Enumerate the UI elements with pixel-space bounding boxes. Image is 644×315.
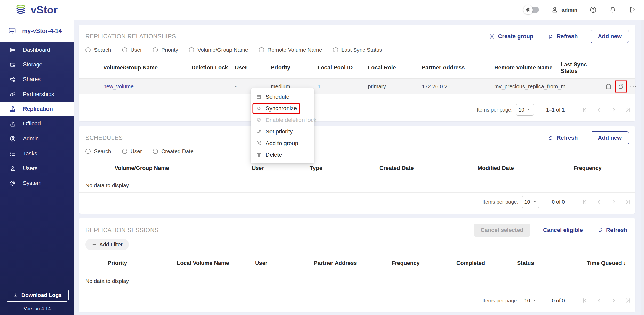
schedules-refresh-button[interactable]: Refresh	[546, 134, 579, 141]
user-menu[interactable]: admin	[551, 6, 577, 14]
row-more-button[interactable]	[628, 81, 638, 92]
items-per-page-select[interactable]: 10	[522, 196, 539, 208]
menu-item-synchronize[interactable]: Synchronize	[251, 103, 314, 114]
scrollbar[interactable]	[641, 20, 644, 315]
radio-icon[interactable]	[333, 47, 338, 52]
sidebar-item-storage[interactable]: Storage	[0, 57, 74, 72]
column-user[interactable]: User	[235, 65, 271, 71]
sidebar-item-users[interactable]: Users	[0, 161, 74, 176]
cancel-eligible-button[interactable]: Cancel eligible	[542, 226, 584, 234]
row-schedule-button[interactable]	[603, 81, 614, 92]
menu-item-schedule[interactable]: Schedule	[251, 91, 314, 103]
column-local-volume-name[interactable]: Local Volume Name	[177, 260, 255, 266]
menu-item-set-priority[interactable]: Set priority	[251, 126, 314, 137]
toggle-thumb[interactable]	[523, 5, 533, 14]
last-page-icon[interactable]	[625, 297, 631, 304]
first-page-icon[interactable]	[581, 199, 588, 205]
notifications-icon[interactable]	[609, 6, 617, 14]
theme-toggle[interactable]	[524, 7, 539, 13]
sidebar-item-system[interactable]: System	[0, 176, 74, 191]
sidebar-item-admin[interactable]: Admin	[0, 131, 74, 146]
next-page-icon[interactable]	[610, 297, 617, 304]
column-type[interactable]: Type	[310, 165, 379, 171]
create-group-button[interactable]: Create group	[488, 33, 535, 40]
previous-page-icon[interactable]	[596, 199, 602, 205]
next-page-icon[interactable]	[610, 106, 617, 113]
previous-page-icon[interactable]	[596, 297, 602, 304]
filter-volume-group-name[interactable]: Volume/Group Name	[189, 47, 248, 53]
column-frequency[interactable]: Frequency	[574, 165, 635, 171]
column-time-queued[interactable]: Time Queued ↓	[587, 260, 635, 266]
column-priority[interactable]: Priority	[108, 260, 177, 266]
sidebar-item-replication[interactable]: Replication	[0, 102, 74, 116]
menu-item-add-to-group[interactable]: Add to group	[251, 137, 314, 149]
add-filter-button[interactable]: Add Filter	[85, 239, 129, 250]
gear-icon	[525, 7, 531, 13]
sidebar-item-dashboard[interactable]: Dashboard	[0, 43, 74, 57]
column-status[interactable]: Status	[517, 260, 587, 266]
filter-last-sync-status[interactable]: Last Sync Status	[333, 47, 382, 53]
caret-down-icon	[532, 298, 537, 303]
column-partner-address[interactable]: Partner Address	[314, 260, 392, 266]
sidebar-item-shares[interactable]: Shares	[0, 72, 74, 87]
relationships-refresh-button[interactable]: Refresh	[546, 33, 579, 40]
column-created-date[interactable]: Created Date	[379, 165, 478, 171]
last-page-icon[interactable]	[625, 106, 631, 113]
radio-icon[interactable]	[122, 47, 127, 52]
download-logs-button[interactable]: Download Logs	[6, 289, 69, 302]
column-volume-group-name[interactable]: Volume/Group Name	[103, 65, 192, 71]
column-partner-address[interactable]: Partner Address	[422, 65, 494, 71]
sidebar-item-offload[interactable]: Offload	[0, 116, 74, 131]
column-completed[interactable]: Completed	[456, 260, 517, 266]
previous-page-icon[interactable]	[596, 106, 602, 113]
filter-search[interactable]: Search	[85, 47, 111, 53]
filter-created-date[interactable]: Created Date	[153, 148, 194, 154]
help-icon[interactable]	[589, 6, 597, 14]
relationships-filters: Search User Priority Volume/Grou	[79, 43, 635, 57]
sidebar-item-partnerships[interactable]: Partnerships	[0, 87, 74, 102]
sidebar-item-tasks[interactable]: Tasks	[0, 146, 74, 161]
column-priority[interactable]: Priority	[271, 65, 317, 71]
radio-icon[interactable]	[189, 47, 194, 52]
column-volume-group-name[interactable]: Volume/Group Name	[115, 165, 252, 171]
first-page-icon[interactable]	[581, 297, 588, 304]
cancel-selected-button[interactable]: Cancel selected	[474, 224, 530, 237]
filter-user[interactable]: User	[122, 148, 142, 154]
column-remote-volume-name[interactable]: Remote Volume Name	[494, 65, 561, 71]
items-per-page-select[interactable]: 10	[522, 295, 539, 306]
column-frequency[interactable]: Frequency	[392, 260, 456, 266]
sessions-refresh-button[interactable]: Refresh	[596, 226, 629, 234]
first-page-icon[interactable]	[581, 106, 588, 113]
column-local-pool-id[interactable]: Local Pool ID	[317, 65, 368, 71]
table-row[interactable]: new_volume - medium 1 primary 172.26.0.2…	[79, 79, 635, 94]
filter-priority[interactable]: Priority	[153, 47, 178, 53]
menu-item-delete[interactable]: Delete	[251, 149, 314, 161]
menu-item-enable-deletion-lock[interactable]: Enable deletion lock	[251, 114, 314, 126]
column-last-sync-status[interactable]: Last Sync Status	[561, 61, 603, 74]
replication-sessions-section: REPLICATION SESSIONS Cancel selected Can…	[79, 218, 635, 312]
schedules-add-new-button[interactable]: Add new	[591, 131, 629, 144]
column-deletion-lock[interactable]: Deletion Lock	[192, 65, 235, 71]
radio-icon[interactable]	[153, 149, 158, 154]
column-modified-date[interactable]: Modified Date	[478, 165, 574, 171]
filter-remote-volume-name[interactable]: Remote Volume Name	[259, 47, 322, 53]
filter-search[interactable]: Search	[85, 148, 111, 154]
radio-icon[interactable]	[85, 149, 91, 154]
items-per-page-select[interactable]: 10	[516, 104, 534, 116]
last-page-icon[interactable]	[625, 199, 631, 205]
column-user[interactable]: User	[252, 165, 310, 171]
filter-user[interactable]: User	[122, 47, 142, 53]
column-local-role[interactable]: Local Role	[368, 65, 422, 71]
items-per-page-label: Items per page:	[477, 107, 513, 113]
next-page-icon[interactable]	[610, 199, 617, 205]
logout-icon[interactable]	[629, 6, 636, 14]
radio-icon[interactable]	[122, 149, 127, 154]
relationships-add-new-button[interactable]: Add new	[591, 30, 629, 43]
radio-icon[interactable]	[85, 47, 91, 52]
radio-icon[interactable]	[153, 47, 158, 52]
volume-link[interactable]: new_volume	[103, 83, 192, 90]
row-synchronize-button[interactable]	[616, 81, 626, 92]
sidebar-system-name[interactable]: my-vStor-4-14	[0, 20, 74, 42]
radio-icon[interactable]	[259, 47, 264, 52]
column-user[interactable]: User	[255, 260, 314, 266]
